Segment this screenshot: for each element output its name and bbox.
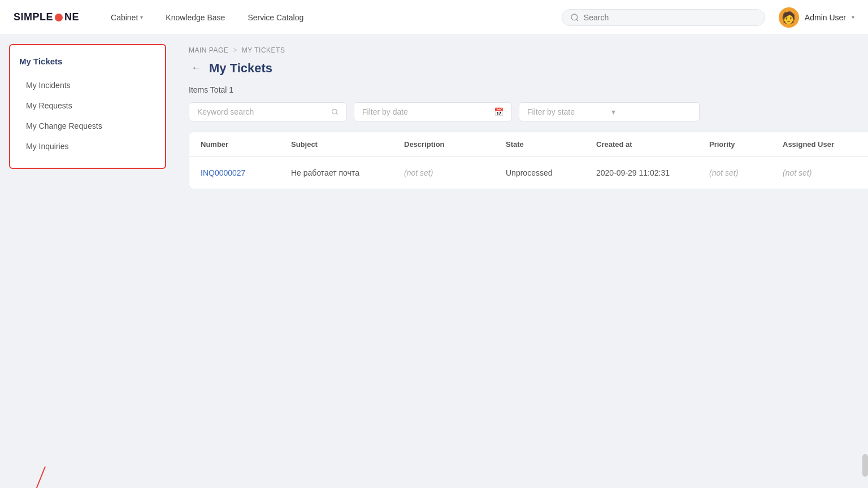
state-filter-label: Filter by state xyxy=(527,107,607,116)
nav-service-catalog[interactable]: Service Catalog xyxy=(238,8,313,27)
sidebar-card: My Tickets My Incidents My Requests My C… xyxy=(9,44,166,169)
cell-created-at: 2020-09-29 11:02:31 xyxy=(596,168,709,177)
cell-number[interactable]: INQ0000027 xyxy=(201,168,291,177)
svg-line-5 xyxy=(336,113,337,114)
breadcrumb-main[interactable]: MAIN PAGE xyxy=(189,46,228,54)
keyword-search-filter[interactable] xyxy=(189,102,347,121)
nav-knowledge-base[interactable]: Knowledge Base xyxy=(157,8,234,27)
col-assigned-user: Assigned User xyxy=(783,140,868,149)
col-subject: Subject xyxy=(291,140,404,149)
table-row: INQ0000027 Не работает почта (not set) U… xyxy=(189,157,868,189)
logo-text-simple: SIMPLE xyxy=(14,11,53,23)
svg-line-2 xyxy=(28,467,45,488)
table-header: Number Subject Description State Created… xyxy=(189,132,868,157)
sidebar-item-incidents[interactable]: My Incidents xyxy=(19,75,156,95)
logo-circle xyxy=(55,14,63,21)
col-description: Description xyxy=(404,140,506,149)
cell-state: Unprocessed xyxy=(506,168,596,177)
breadcrumb-separator: > xyxy=(233,46,237,54)
back-button[interactable]: ← xyxy=(189,60,203,76)
annotation-arrow-svg xyxy=(11,464,57,488)
date-filter-input[interactable] xyxy=(362,107,489,116)
keyword-search-icon xyxy=(331,108,338,116)
scrollbar[interactable] xyxy=(862,454,868,477)
sidebar-item-requests[interactable]: My Requests xyxy=(19,95,156,116)
tickets-table: Number Subject Description State Created… xyxy=(189,132,868,189)
cell-subject: Не работает почта xyxy=(291,168,404,177)
avatar: 🧑 xyxy=(779,7,799,28)
state-filter[interactable]: Filter by state ▾ xyxy=(519,102,700,121)
page-layout: My Tickets My Incidents My Requests My C… xyxy=(0,35,868,488)
user-chevron-icon: ▾ xyxy=(852,14,854,20)
global-search-bar[interactable] xyxy=(562,9,765,26)
col-priority: Priority xyxy=(709,140,783,149)
col-created-at: Created at xyxy=(596,140,709,149)
svg-point-0 xyxy=(571,14,578,20)
keyword-search-input[interactable] xyxy=(197,107,327,116)
sidebar-item-inquiries[interactable]: My Inquiries xyxy=(19,136,156,156)
breadcrumb: MAIN PAGE > MY TICKETS xyxy=(189,46,868,54)
main-nav: Cabinet ▾ Knowledge Base Service Catalog xyxy=(102,8,562,27)
search-icon xyxy=(570,13,579,22)
col-state: State xyxy=(506,140,596,149)
cell-priority: (not set) xyxy=(709,168,783,177)
nav-cabinet[interactable]: Cabinet ▾ xyxy=(102,8,152,27)
user-name: Admin User xyxy=(805,13,846,22)
sidebar-item-change-requests[interactable]: My Change Requests xyxy=(19,116,156,136)
main-content: MAIN PAGE > MY TICKETS ← My Tickets Item… xyxy=(175,35,868,488)
sidebar-title: My Tickets xyxy=(19,56,156,66)
col-number: Number xyxy=(201,140,291,149)
date-filter[interactable]: 📅 xyxy=(354,102,512,121)
cabinet-chevron-icon: ▾ xyxy=(140,14,143,20)
calendar-icon: 📅 xyxy=(494,107,504,116)
logo-text-ne: NE xyxy=(64,11,79,23)
svg-point-4 xyxy=(332,109,337,114)
page-title: My Tickets xyxy=(209,61,272,76)
page-header: ← My Tickets xyxy=(189,60,868,76)
logo[interactable]: SIMPLENE xyxy=(14,11,79,23)
user-menu[interactable]: 🧑 Admin User ▾ xyxy=(779,7,854,28)
header: SIMPLENE Cabinet ▾ Knowledge Base Servic… xyxy=(0,0,868,35)
items-total: Items Total 1 xyxy=(189,85,868,94)
breadcrumb-current: MY TICKETS xyxy=(242,46,285,54)
sidebar: My Tickets My Incidents My Requests My C… xyxy=(0,35,175,488)
global-search-input[interactable] xyxy=(584,13,757,22)
cell-description: (not set) xyxy=(404,168,506,177)
annotation: PortalWidget бокового меню <Sidemenu> xyxy=(6,464,71,488)
cell-assigned-user: (not set) xyxy=(783,168,868,177)
state-filter-chevron-icon: ▾ xyxy=(611,107,691,116)
filters-row: 📅 Filter by state ▾ xyxy=(189,102,868,121)
svg-line-1 xyxy=(576,19,578,21)
